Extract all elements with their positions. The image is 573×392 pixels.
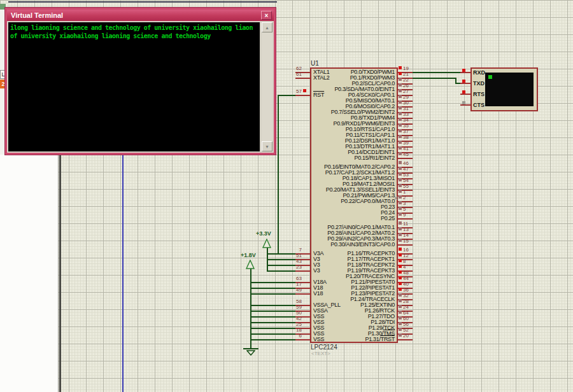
pin-state-indicator [399,184,402,187]
pin-label: P0.25 [311,215,395,221]
pin-number: 57 [284,89,302,94]
instrument-pin-label: RTS [473,91,485,97]
pin-stub[interactable] [398,218,413,220]
panel-edge-divider [59,155,61,392]
pin-label: P1.31/TRST [311,336,395,342]
ground-symbol[interactable] [243,348,258,349]
pin-state-indicator [399,141,402,144]
pin-state-indicator [399,316,402,319]
chip-part-number: LPC2124 [311,344,337,351]
pin-number: 12 [403,253,421,258]
pin-number: 58 [284,299,302,304]
terminal-scrollbar[interactable]: ▲ ▼ [262,22,272,151]
object-selector-panel[interactable] [0,155,59,392]
pin-state-indicator [399,112,402,115]
pin-number: 32 [403,293,421,298]
pin-state-indicator [399,123,402,127]
activity-led-icon [488,75,492,79]
pin-state-indicator [399,276,402,279]
pin-number: 11 [403,221,421,227]
pin-state-indicator [399,195,402,199]
pin-number: 62 [284,66,302,71]
terminal-text-line: ilong liaoning science and technology of… [8,24,260,32]
power-3v3-label: +3.3V [256,230,271,237]
instrument-screen [485,73,534,106]
instrument-pin-label: RXD [473,69,485,76]
pin-stub[interactable] [398,244,413,246]
terminal-console[interactable]: ilong liaoning science and technology of… [8,22,260,151]
power-1v8-arrow-icon[interactable] [246,260,255,269]
pin-stub[interactable] [460,94,470,95]
wire-segment[interactable] [250,268,251,348]
pin-stub[interactable] [295,339,310,340]
pin-state-indicator [399,265,402,268]
pin-stub[interactable] [295,270,310,272]
window-title: Virtual Terminal [11,11,63,19]
pin-number: 19 [403,66,421,71]
pin-state-indicator [399,288,402,291]
pin-stub[interactable] [460,72,470,73]
pin-number: 31 [403,106,421,111]
pin-number: 46 [403,161,421,166]
pin-stub[interactable] [398,158,413,159]
pin-number: 45 [403,152,421,157]
pin-number: 25 [284,322,302,327]
pin-number: 34 [403,118,421,123]
pin-state-indicator [399,233,402,236]
pin-state-indicator [399,89,402,92]
pin-state-indicator [399,201,402,204]
power-3v3-arrow-icon[interactable] [262,239,271,248]
pin-state-indicator [399,106,402,109]
wire-segment[interactable] [278,95,279,253]
pin-stub[interactable] [398,339,413,340]
pin-state-indicator [399,167,402,170]
pin-stub[interactable] [460,104,470,106]
pin-state-indicator [399,172,402,176]
scroll-up-button[interactable]: ▲ [262,22,272,32]
pin-number: 61 [284,72,302,77]
pin-stub[interactable] [295,293,310,295]
pin-state-indicator [399,248,402,251]
pin-stub[interactable] [460,83,470,84]
pin-stub[interactable] [295,95,310,96]
pin-number: 55 [403,184,421,189]
pin-number: 7 [284,248,302,253]
pin-number: 24 [403,305,421,310]
pin-number: 43 [284,259,302,264]
close-button[interactable]: × [261,11,272,20]
pin-number: 53 [403,172,421,178]
pin-stub[interactable] [295,78,310,79]
pin-number: 36 [403,288,421,293]
pin-number: 63 [284,276,302,281]
scroll-down-button[interactable]: ▼ [262,141,272,151]
pin-state-indicator [399,299,402,302]
pin-state-indicator [399,83,402,87]
pin-state-indicator [462,101,465,104]
pin-number: 30 [403,101,421,106]
pin-state-indicator [399,311,402,314]
pin-number: 41 [403,146,421,151]
instrument-pin-label: TXD [473,80,485,87]
ground-arrow-icon [246,350,255,356]
pin-state-indicator [462,69,465,72]
pin-number: 21 [403,72,421,77]
toolbar-bottom-edge [8,1,277,3]
pin-number: 49 [284,288,302,293]
pin-number: 4 [403,265,421,270]
pin-state-indicator [399,333,402,337]
pin-number: 35 [403,123,421,129]
proteus-schematic-canvas: +3.3V +1.8V U1 LPC2124 <TEXT> 62XTAL161X… [0,0,573,392]
instrument-pin-label: CTS [473,102,485,108]
pin-number: 28 [403,299,421,304]
pin-number: 17 [284,282,302,287]
pin-number: 39 [403,141,421,146]
sheet-border-line [122,155,124,392]
window-titlebar[interactable]: Virtual Terminal × [7,10,274,21]
wire-segment[interactable] [455,78,456,83]
pin-state-indicator [399,152,402,155]
pin-state-indicator [399,78,402,81]
pin-number: 9 [403,213,421,218]
pin-state-indicator [399,322,402,325]
pin-state-indicator [399,328,402,331]
power-1v8-label: +1.8V [241,252,256,258]
